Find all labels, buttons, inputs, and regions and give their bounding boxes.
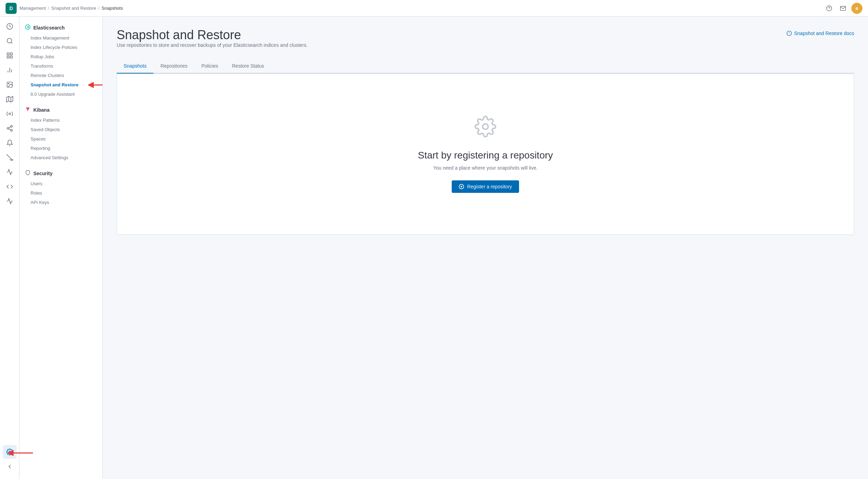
sidebar-item-api-keys[interactable]: API Keys [19, 198, 102, 207]
sidebar-section-security: Security Users Roles API Keys [19, 168, 102, 207]
docs-link[interactable]: Snapshot and Restore docs [786, 31, 854, 36]
rail-icon-apm[interactable] [3, 151, 17, 164]
rail-icon-uptime[interactable] [3, 165, 17, 179]
rail-icon-alerting[interactable] [3, 136, 17, 150]
main-layout: Elasticsearch Index Management Index Lif… [0, 17, 868, 479]
register-repository-button[interactable]: Register a repository [452, 180, 519, 193]
page-header: Snapshot and Restore Use repositories to… [117, 28, 854, 56]
kibana-section-header: Kibana [19, 104, 102, 116]
rail-icon-visualize[interactable] [3, 63, 17, 77]
sidebar-item-upgrade-assistant[interactable]: 8.0 Upgrade Assistant [19, 89, 102, 99]
sidebar-item-roles[interactable]: Roles [19, 188, 102, 198]
app-logo[interactable]: D [6, 3, 17, 14]
kibana-label: Kibana [33, 107, 50, 113]
empty-state-icon [474, 116, 496, 143]
sidebar-section-kibana: Kibana Index Patterns Saved Objects Spac… [19, 104, 102, 162]
rail-icon-collapse[interactable] [3, 460, 17, 473]
sidebar-item-snapshot-and-restore[interactable]: Snapshot and Restore [19, 80, 102, 89]
page-subtitle: Use repositories to store and recover ba… [117, 42, 308, 48]
breadcrumb-current: Snapshots [102, 6, 123, 11]
rail-icon-canvas[interactable] [3, 78, 17, 92]
tab-snapshots[interactable]: Snapshots [117, 59, 153, 74]
svg-point-13 [8, 83, 9, 84]
icon-rail [0, 17, 19, 479]
tabs: Snapshots Repositories Policies Restore … [117, 59, 854, 74]
sidebar-item-advanced-settings[interactable]: Advanced Settings [19, 153, 102, 162]
content-area: Snapshot and Restore Use repositories to… [103, 17, 868, 479]
elasticsearch-section-header: Elasticsearch [19, 22, 102, 33]
svg-rect-7 [7, 56, 9, 58]
sidebar-item-users[interactable]: Users [19, 179, 102, 188]
sidebar-item-saved-objects[interactable]: Saved Objects [19, 125, 102, 134]
security-section-header: Security [19, 168, 102, 179]
rail-icon-dashboard[interactable] [3, 49, 17, 62]
rail-icon-maps[interactable] [3, 92, 17, 106]
sidebar-section-elasticsearch: Elasticsearch Index Management Index Lif… [19, 22, 102, 99]
tab-policies[interactable]: Policies [194, 59, 225, 74]
empty-state-title: Start by registering a repository [418, 150, 553, 161]
svg-line-22 [9, 127, 11, 128]
docs-link-icon [786, 31, 792, 36]
sidebar-item-index-management[interactable]: Index Management [19, 33, 102, 43]
elasticsearch-icon [25, 24, 31, 31]
user-avatar[interactable]: e [851, 3, 862, 14]
sidebar-item-spaces[interactable]: Spaces [19, 134, 102, 144]
breadcrumb-snapshot-restore[interactable]: Snapshot and Restore [51, 6, 96, 11]
sidebar-item-remote-clusters[interactable]: Remote Clusters [19, 71, 102, 80]
sidebar-item-transforms[interactable]: Transforms [19, 61, 102, 71]
help-button[interactable] [824, 3, 835, 14]
rail-icon-management[interactable] [3, 445, 17, 459]
sidebar-item-index-patterns[interactable]: Index Patterns [19, 116, 102, 125]
svg-point-19 [7, 128, 9, 129]
kibana-icon [25, 106, 31, 113]
svg-point-23 [9, 451, 10, 453]
top-nav: D Management / Snapshot and Restore / Sn… [0, 0, 868, 17]
svg-marker-14 [6, 96, 12, 102]
breadcrumb-management[interactable]: Management [19, 6, 46, 11]
security-label: Security [33, 171, 52, 176]
svg-rect-8 [10, 56, 12, 58]
svg-line-4 [11, 42, 12, 44]
sidebar-item-index-lifecycle-policies[interactable]: Index Lifecycle Policies [19, 43, 102, 52]
rail-icon-recent[interactable] [3, 19, 17, 33]
breadcrumb: Management / Snapshot and Restore / Snap… [19, 6, 123, 11]
rail-icon-stack-monitoring[interactable] [3, 194, 17, 208]
svg-point-17 [9, 113, 10, 115]
sidebar: Elasticsearch Index Management Index Lif… [19, 17, 103, 479]
svg-rect-5 [7, 53, 9, 55]
rail-icon-graph[interactable] [3, 121, 17, 135]
tab-repositories[interactable]: Repositories [153, 59, 194, 74]
breadcrumb-sep-1: / [48, 6, 49, 11]
svg-point-29 [483, 124, 488, 129]
rail-icon-ml[interactable] [3, 107, 17, 121]
elasticsearch-label: Elasticsearch [33, 25, 65, 31]
svg-point-3 [7, 39, 11, 43]
svg-point-20 [10, 129, 12, 131]
empty-state: Start by registering a repository You ne… [131, 88, 840, 221]
register-btn-icon [459, 184, 464, 189]
svg-rect-6 [10, 53, 12, 55]
rail-icon-discover[interactable] [3, 34, 17, 48]
top-nav-right: e [824, 3, 862, 14]
empty-state-description: You need a place where your snapshots wi… [433, 165, 538, 171]
sidebar-item-reporting[interactable]: Reporting [19, 144, 102, 153]
register-btn-label: Register a repository [467, 184, 512, 189]
breadcrumb-sep-2: / [98, 6, 100, 11]
rail-icon-dev-tools[interactable] [3, 180, 17, 194]
sidebar-item-rollup-jobs[interactable]: Rollup Jobs [19, 52, 102, 61]
mail-button[interactable] [837, 3, 849, 14]
svg-line-21 [9, 129, 11, 130]
svg-point-18 [10, 126, 12, 127]
docs-link-label: Snapshot and Restore docs [794, 31, 854, 36]
tab-restore-status[interactable]: Restore Status [225, 59, 271, 74]
page-title: Snapshot and Restore [117, 28, 308, 42]
security-icon [25, 170, 31, 177]
content-panel: Start by registering a repository You ne… [117, 74, 854, 235]
